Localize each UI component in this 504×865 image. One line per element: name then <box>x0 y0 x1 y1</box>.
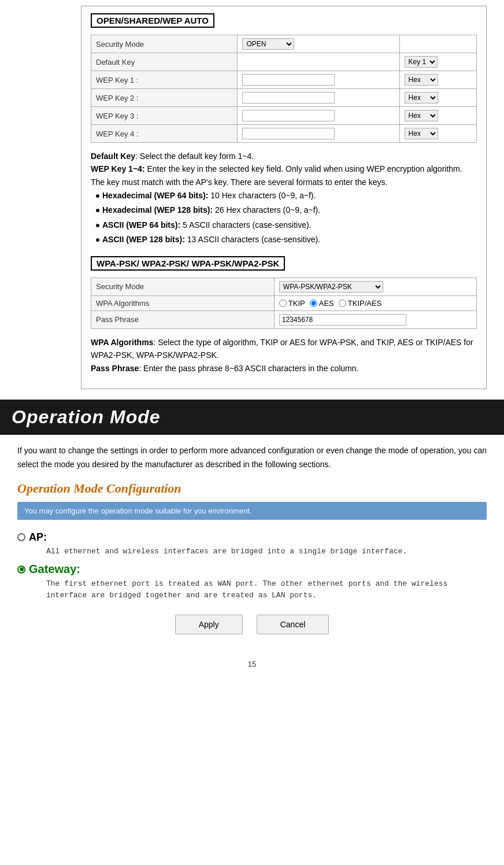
ap-mode-option: AP: All ethernet and wireless interfaces… <box>17 531 487 557</box>
default-key-bold: Default Key <box>91 151 135 161</box>
mode-options: AP: All ethernet and wireless interfaces… <box>17 531 487 601</box>
wpa-section-title: WPA-PSK/ WPA2-PSK/ WPA-PSK/WPA2-PSK <box>91 256 285 271</box>
apply-button[interactable]: Apply <box>175 615 243 634</box>
ap-radio-btn[interactable] <box>17 533 25 541</box>
table-row: WEP Key 2 : Hex ASCII <box>91 89 477 107</box>
list-item: ASCII (WEP 64 bits): 5 ASCII characters … <box>102 218 477 232</box>
gateway-mode-desc: The first ethernet port is treated as WA… <box>46 578 487 601</box>
page-number: 15 <box>0 655 504 678</box>
operation-mode-body: If you want to change the settings in or… <box>0 435 504 655</box>
wep-key2-format-select[interactable]: Hex ASCII <box>405 92 438 103</box>
wep-key3-label: WEP Key 3 : <box>91 107 238 125</box>
pass-phrase-desc: : Enter the pass phrase 8~63 ASCII chara… <box>139 364 358 373</box>
list-item: Hexadecimal (WEP 128 bits): 26 Hex chara… <box>102 203 477 217</box>
wep-key4-value <box>238 125 399 143</box>
wep-key2-input[interactable] <box>242 92 335 103</box>
aes-radio[interactable] <box>310 300 317 307</box>
wep-section-title: OPEN/SHARED/WEP AUTO <box>91 13 214 28</box>
wpa-security-mode-select[interactable]: WPA-PSK/WPA2-PSK WPA-PSK WPA2-PSK <box>279 281 383 293</box>
gateway-mode-label: Gateway: <box>29 563 80 576</box>
pass-phrase-label: Pass Phrase <box>91 310 275 328</box>
wep-key4-input[interactable] <box>242 128 335 139</box>
wep-key4-format-select[interactable]: Hex ASCII <box>405 128 438 139</box>
operation-mode-header: Operation Mode <box>0 400 504 435</box>
wep-key1-label: WEP Key 1 : <box>91 71 238 89</box>
aes-radio-label[interactable]: AES <box>310 299 334 308</box>
wep-key4-label: WEP Key 4 : <box>91 125 238 143</box>
wep-key1-format: Hex ASCII <box>399 71 476 89</box>
wpa-description: WPA Algorithms: Select the type of algor… <box>91 336 477 375</box>
tkipaes-radio-label[interactable]: TKIP/AES <box>339 299 382 308</box>
table-row: Security Mode OPEN SHARED WEP AUTO <box>91 35 477 53</box>
wep-key-desc: Enter the key in the selected key field.… <box>91 164 462 186</box>
wpa-config-table: Security Mode WPA-PSK/WPA2-PSK WPA-PSK W… <box>91 278 477 329</box>
ap-mode-header: AP: <box>17 531 487 544</box>
default-key-value <box>238 53 399 71</box>
wep-description: Default Key: Select the default key form… <box>91 150 477 247</box>
default-key-desc: : Select the default key form 1~4. <box>135 151 254 161</box>
wpa-algo-bold: WPA Algorithms <box>91 338 153 347</box>
gateway-mode-header: Gateway: <box>17 563 487 576</box>
info-banner: You may configure the operation mode sui… <box>17 502 487 520</box>
wep-key3-format-select[interactable]: Hex ASCII <box>405 110 438 121</box>
tkipaes-radio[interactable] <box>339 300 346 307</box>
tkip-radio[interactable] <box>279 300 287 307</box>
table-row: WEP Key 3 : Hex ASCII <box>91 107 477 125</box>
wpa-algorithms-radio-group: TKIP AES TKIP/AES <box>279 299 472 308</box>
wep-key1-input[interactable] <box>242 74 335 86</box>
wep-key3-format: Hex ASCII <box>399 107 476 125</box>
cancel-button[interactable]: Cancel <box>257 615 329 634</box>
table-row: Default Key Key 1 Key 2 Key 3 Key 4 <box>91 53 477 71</box>
wep-key2-value <box>238 89 399 107</box>
wpa-algorithms-label: WPA Algorithms <box>91 295 275 310</box>
security-mode-label: Security Mode <box>91 35 238 53</box>
wep-section-box: OPEN/SHARED/WEP AUTO Security Mode OPEN … <box>81 6 487 389</box>
pass-phrase-bold: Pass Phrase <box>91 364 139 373</box>
wep-key2-format: Hex ASCII <box>399 89 476 107</box>
table-row: Security Mode WPA-PSK/WPA2-PSK WPA-PSK W… <box>91 278 477 295</box>
table-row: Pass Phrase <box>91 310 477 328</box>
wep-key1-value <box>238 71 399 89</box>
wpa-algorithms-value: TKIP AES TKIP/AES <box>274 295 476 310</box>
default-key-select-cell: Key 1 Key 2 Key 3 Key 4 <box>399 53 476 71</box>
default-key-label: Default Key <box>91 53 238 71</box>
table-row: WEP Key 1 : Hex ASCII <box>91 71 477 89</box>
operation-mode-title: Operation Mode <box>12 406 492 428</box>
security-mode-select[interactable]: OPEN SHARED WEP AUTO <box>242 38 294 50</box>
tkip-radio-label[interactable]: TKIP <box>279 299 305 308</box>
security-mode-value: OPEN SHARED WEP AUTO <box>238 35 399 53</box>
ap-mode-desc: All ethernet and wireless interfaces are… <box>46 546 487 557</box>
bottom-buttons: Apply Cancel <box>17 615 487 634</box>
ap-mode-label: AP: <box>29 531 47 544</box>
pass-phrase-input[interactable] <box>279 314 406 326</box>
wpa-section: WPA-PSK/ WPA2-PSK/ WPA-PSK/WPA2-PSK Secu… <box>91 256 477 375</box>
top-section: OPEN/SHARED/WEP AUTO Security Mode OPEN … <box>0 0 504 400</box>
wep-bullet-list: Hexadecimal (WEP 64 bits): 10 Hex charac… <box>102 188 477 247</box>
wpa-security-mode-value: WPA-PSK/WPA2-PSK WPA-PSK WPA2-PSK <box>274 278 476 295</box>
wep-config-table: Security Mode OPEN SHARED WEP AUTO Defau… <box>91 35 477 143</box>
default-key-select[interactable]: Key 1 Key 2 Key 3 Key 4 <box>405 56 438 68</box>
gateway-mode-option: Gateway: The first ethernet port is trea… <box>17 563 487 601</box>
wep-key4-format: Hex ASCII <box>399 125 476 143</box>
op-mode-config-title: Operation Mode Configuration <box>17 481 487 496</box>
operation-mode-intro: If you want to change the settings in or… <box>17 444 487 472</box>
gateway-radio-btn[interactable] <box>17 565 25 574</box>
table-row: WPA Algorithms TKIP AES TKIP/A <box>91 295 477 310</box>
wep-key2-label: WEP Key 2 : <box>91 89 238 107</box>
wpa-security-mode-label: Security Mode <box>91 278 275 295</box>
security-mode-extra <box>399 35 476 53</box>
pass-phrase-value <box>274 310 476 328</box>
wep-key3-input[interactable] <box>242 110 335 121</box>
wep-key1-format-select[interactable]: Hex ASCII <box>405 74 438 86</box>
list-item: Hexadecimal (WEP 64 bits): 10 Hex charac… <box>102 188 477 203</box>
page-wrapper: OPEN/SHARED/WEP AUTO Security Mode OPEN … <box>0 0 504 678</box>
list-item: ASCII (WEP 128 bits): 13 ASCII character… <box>102 232 477 247</box>
wep-key3-value <box>238 107 399 125</box>
table-row: WEP Key 4 : Hex ASCII <box>91 125 477 143</box>
wep-key-bold: WEP Key 1~4: <box>91 164 145 173</box>
